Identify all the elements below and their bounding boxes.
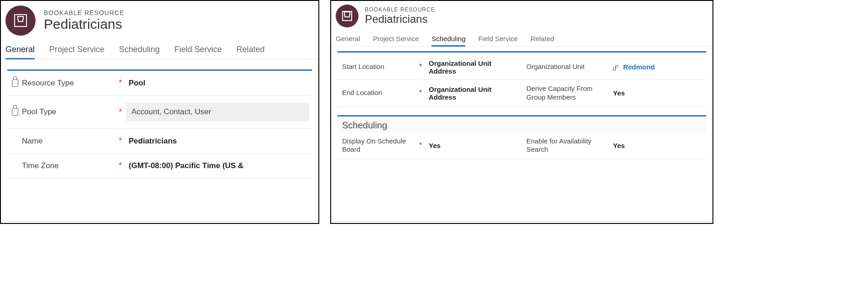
label-name: Name: [22, 137, 42, 146]
field-display-on-schedule-board[interactable]: Display On Schedule Board * Yes: [338, 133, 522, 159]
header-text: BOOKABLE RESOURCE Pediatricians: [44, 9, 125, 32]
field-pool-type[interactable]: Pool Type * Account, Contact, User: [7, 95, 312, 129]
section-scheduling: Scheduling Display On Schedule Board * Y…: [338, 115, 706, 159]
tab-field-service[interactable]: Field Service: [478, 32, 518, 46]
label-pool-type: Pool Type: [22, 107, 56, 117]
tab-scheduling[interactable]: Scheduling: [431, 32, 465, 46]
label-time-zone: Time Zone: [22, 161, 59, 170]
field-end-location[interactable]: End Location * Organizational Unit Addre…: [338, 80, 522, 107]
label-organizational-unit: Organizational Unit: [526, 63, 599, 71]
entity-icon: [336, 5, 359, 27]
field-time-zone[interactable]: Time Zone * (GMT-08:00) Pacific Time (US…: [7, 154, 312, 178]
field-derive-capacity[interactable]: Derive Capacity From Group Members Yes: [522, 80, 706, 107]
field-resource-type[interactable]: Resource Type * Pool: [7, 71, 312, 95]
value-display-on-schedule-board: Yes: [426, 142, 519, 149]
required-marker: *: [117, 107, 124, 117]
tab-bar: General Project Service Scheduling Field…: [1, 39, 318, 59]
header: BOOKABLE RESOURCE Pediatricians: [331, 1, 712, 30]
tab-general[interactable]: General: [336, 32, 360, 46]
value-organizational-unit: Redmond: [610, 63, 703, 71]
lock-icon: [12, 108, 18, 116]
required-marker: *: [417, 62, 424, 72]
value-pool-type: Account, Contact, User: [126, 103, 309, 121]
required-marker: *: [417, 141, 424, 150]
required-marker: *: [117, 136, 124, 146]
label-start-location: Start Location: [342, 63, 415, 71]
value-name: Pediatricians: [124, 137, 309, 146]
field-start-location[interactable]: Start Location * Organizational Unit Add…: [338, 54, 522, 80]
field-name[interactable]: Name * Pediatricians: [7, 129, 312, 154]
value-derive-capacity: Yes: [610, 89, 703, 97]
required-marker: *: [117, 161, 124, 170]
label-enable-availability-search: Enable for Availability Search: [526, 137, 599, 154]
entity-icon: [5, 5, 36, 36]
value-time-zone: (GMT-08:00) Pacific Time (US &: [124, 161, 309, 170]
tab-field-service[interactable]: Field Service: [174, 41, 222, 59]
tab-scheduling[interactable]: Scheduling: [119, 41, 160, 59]
form-card-top: Start Location * Organizational Unit Add…: [338, 51, 706, 107]
required-marker: *: [417, 88, 424, 98]
lock-icon: [12, 80, 18, 87]
page-title: Pediatricians: [365, 13, 435, 26]
entity-label: BOOKABLE RESOURCE: [44, 9, 125, 16]
org-unit-link[interactable]: Redmond: [623, 63, 655, 71]
header: BOOKABLE RESOURCE Pediatricians: [1, 1, 318, 39]
value-enable-availability-search: Yes: [610, 142, 703, 149]
value-start-location: Organizational Unit Address: [426, 59, 519, 75]
label-resource-type: Resource Type: [22, 79, 74, 88]
org-unit-icon: [613, 65, 619, 70]
label-derive-capacity: Derive Capacity From Group Members: [526, 85, 599, 102]
tab-project-service[interactable]: Project Service: [373, 32, 419, 46]
field-organizational-unit[interactable]: Organizational Unit Redmond: [522, 54, 706, 80]
tab-related[interactable]: Related: [530, 32, 554, 46]
panel-scheduling: BOOKABLE RESOURCE Pediatricians General …: [330, 0, 713, 224]
required-marker: *: [117, 78, 124, 88]
page-title: Pediatricians: [44, 16, 125, 32]
tab-project-service[interactable]: Project Service: [49, 41, 104, 59]
tab-related[interactable]: Related: [236, 41, 265, 59]
entity-label: BOOKABLE RESOURCE: [365, 6, 435, 13]
form-card: Resource Type * Pool Pool Type * Account…: [7, 69, 312, 178]
field-enable-availability-search[interactable]: Enable for Availability Search Yes: [522, 133, 706, 159]
tab-bar: General Project Service Scheduling Field…: [331, 30, 712, 47]
value-end-location: Organizational Unit Address: [426, 85, 519, 101]
value-resource-type: Pool: [124, 79, 309, 88]
section-title: Scheduling: [338, 117, 706, 133]
label-end-location: End Location: [342, 89, 415, 97]
tab-general[interactable]: General: [5, 41, 35, 59]
header-text: BOOKABLE RESOURCE Pediatricians: [365, 6, 435, 26]
panel-general: BOOKABLE RESOURCE Pediatricians General …: [0, 0, 319, 224]
label-display-on-schedule-board: Display On Schedule Board: [342, 137, 415, 154]
